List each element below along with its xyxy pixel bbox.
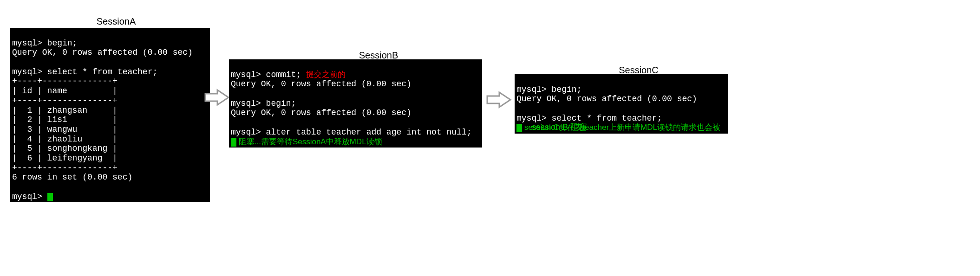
cursor-icon — [231, 138, 236, 147]
terminal-line: | 3 | wangwu | — [12, 125, 118, 134]
terminal-line: Query OK, 0 rows affected (0.00 sec) — [231, 108, 412, 117]
terminal-line: +----+--------------+ — [12, 163, 118, 173]
terminal-line: | 2 | lisi | — [12, 115, 118, 124]
terminal-line: | 1 | zhangsan | — [12, 106, 118, 115]
terminal-line: mysql> — [12, 192, 47, 201]
terminal-line: mysql> begin; — [516, 85, 581, 94]
terminal-line: | 6 | leifengyang | — [12, 154, 118, 163]
terminal-annotation-below: session B 阻塞 — [532, 122, 587, 133]
terminal-line: mysql> alter table teacher add age int n… — [231, 128, 471, 137]
terminal-line: mysql> select * from teacher; — [12, 67, 157, 77]
terminal-line: mysql> begin; — [12, 39, 77, 48]
terminal-line: +----+--------------+ — [12, 77, 118, 86]
terminal-line: | 5 | songhongkang | — [12, 144, 118, 153]
terminal-line: | id | name | — [12, 86, 118, 96]
session-a-label: SessionA — [70, 16, 163, 27]
svg-marker-0 — [205, 90, 229, 105]
terminal-line: Query OK, 0 rows affected (0.00 sec) — [231, 79, 412, 89]
svg-marker-1 — [487, 92, 510, 107]
session-b-terminal: mysql> commit; 提交之前的 Query OK, 0 rows af… — [229, 59, 482, 148]
terminal-line: +----+--------------+ — [12, 96, 118, 105]
arrow-right-icon — [486, 90, 512, 109]
cursor-icon — [516, 124, 522, 132]
terminal-line: Query OK, 0 rows affected (0.00 sec) — [12, 48, 193, 57]
cursor-icon — [47, 193, 53, 201]
terminal-annotation: 阻塞...需要等待SessionA中释放MDL读锁 — [236, 137, 382, 146]
terminal-line: 6 rows in set (0.00 sec) — [12, 173, 132, 182]
session-a-terminal: mysql> begin; Query OK, 0 rows affected … — [10, 28, 210, 202]
terminal-line: | 4 | zhaoliu | — [12, 135, 118, 144]
arrow-right-icon — [204, 88, 230, 107]
terminal-line: mysql> commit; — [231, 70, 301, 79]
terminal-annotation: 提交之前的 — [306, 70, 346, 79]
terminal-line: Query OK, 0 rows affected (0.00 sec) — [516, 94, 697, 103]
terminal-line: mysql> begin; — [231, 99, 296, 108]
